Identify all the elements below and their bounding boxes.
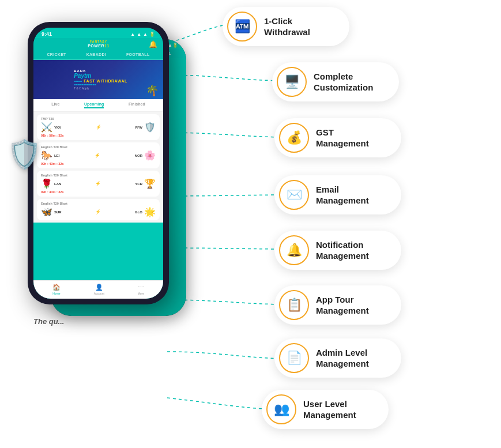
feature-notification: 🔔 NotificationManagement [274,231,401,270]
kabaddi-tab[interactable]: KABADDI [86,52,106,57]
feature-withdrawal: 🏧 1-ClickWithdrawal [223,7,349,46]
withdrawal-icon: 🏧 [227,12,257,42]
match-card-1[interactable]: TMP T20 ⚔️ YKV ⚡ R*W 🛡️ 01h : 58m : 32s [37,114,160,140]
userlevel-icon: 👥 [266,394,296,424]
feature-email: ✉️ EmailManagement [274,175,401,214]
more-icon: ⋯ [138,284,144,291]
match-card-2[interactable]: English T20 Blast 🐎 LEI ⚡ NOR 🌸 09h : 43… [37,142,160,168]
account-icon: 👤 [95,284,103,291]
customization-icon: 🖥️ [277,67,307,97]
tagline: The qu... [33,317,64,326]
banner-image: 🌴 [146,84,159,97]
gst-label: GSTManagement [316,127,369,149]
feature-admin: 📄 Admin LevelManagement [274,338,401,378]
live-tab[interactable]: Live [51,102,59,108]
phone-device: 9:41 ▲ ▲ ▲ 🔋 FANTASY POWER11 🔔 CRICKET K… [28,22,169,304]
app-topbar: FANTASY POWER11 🔔 [33,38,163,51]
more-nav-item[interactable]: ⋯ More [138,284,144,295]
feature-apptour: 📋 App TourManagement [274,285,401,325]
match-card-4[interactable]: English T20 Blast 🦋 SUR ⚡ GLO 🌟 [37,199,160,220]
match-card-3[interactable]: English T20 Blast 🌹 LAN ⚡ YCR 🏆 09h : 43… [37,171,160,197]
shield-logo: 🛡️ [7,138,42,171]
feature-userlevel: 👥 User LevelManagement [262,390,389,429]
promo-banner: BANK Paytm ==== FAST WITHDRAWAL ========… [33,60,163,99]
notification-label: NotificationManagement [316,239,369,262]
email-label: EmailManagement [316,184,369,206]
feature-customization: 🖥️ CompleteCustomization [272,62,399,101]
feature-gst: 💰 GSTManagement [274,118,401,157]
cricket-tab[interactable]: CRICKET [47,52,66,57]
home-nav-item[interactable]: 🏠 Home [52,284,61,295]
status-time: 9:41 [42,31,52,37]
apptour-icon: 📋 [279,290,309,320]
email-icon: ✉️ [279,180,309,210]
status-bar: 9:41 ▲ ▲ ▲ 🔋 [33,28,163,38]
match-list: TMP T20 ⚔️ YKV ⚡ R*W 🛡️ 01h : 58m : 32s … [33,112,163,223]
gst-icon: 💰 [279,123,309,153]
customization-label: CompleteCustomization [314,71,373,93]
account-nav-item[interactable]: 👤 Account [94,284,104,295]
upcoming-tab[interactable]: Upcoming [84,102,104,108]
apptour-label: App TourManagement [316,294,369,317]
admin-label: Admin LevelManagement [316,347,369,370]
notification-bell-icon[interactable]: 🔔 [149,40,157,48]
sport-tabs: CRICKET KABADDI FOOTBALL [33,51,163,60]
football-tab[interactable]: FOOTBALL [126,52,150,57]
finished-tab[interactable]: Finished [129,102,145,108]
bottom-navigation: 🏠 Home 👤 Account ⋯ More [33,280,163,299]
admin-icon: 📄 [279,343,309,373]
userlevel-label: User LevelManagement [303,398,356,421]
status-icons: ▲ ▲ ▲ 🔋 [130,32,155,37]
match-tabs: Live Upcoming Finished [33,99,163,112]
withdrawal-label: 1-ClickWithdrawal [264,16,310,38]
home-icon: 🏠 [52,284,61,291]
notification-icon: 🔔 [279,235,309,265]
app-logo: FANTASY POWER11 [88,40,110,48]
